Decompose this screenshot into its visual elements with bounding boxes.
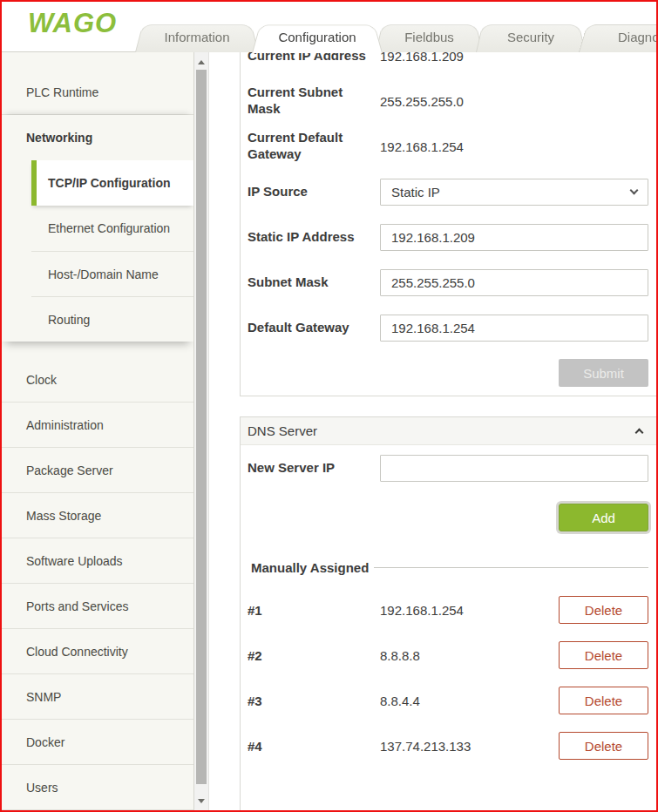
dns-entry-number: #4 [248,739,380,754]
current-ip-address-row: Current IP Address 192.168.1.209 [248,52,648,78]
manually-assigned-fieldset: Manually Assigned #1 192.168.1.254 Delet… [248,560,648,768]
tab-diagnostic[interactable]: Diagnostic [579,21,658,52]
tab-information[interactable]: Information [135,21,259,52]
scrollbar-up-button[interactable] [194,54,208,70]
tcpip-configuration-panel: Current IP Address 192.168.1.209 Current… [240,52,656,396]
dns-server-panel: DNS Server New Server IP Add Manually As… [240,416,656,810]
sidebar-item-package-server[interactable]: Package Server [2,448,193,493]
current-default-gateway-row: Current Default Gateway 192.168.1.254 [248,124,648,169]
tab-bar: Information Configuration Fieldbus Secur… [135,20,658,52]
wago-logo: WAGO [28,10,117,37]
sidebar-item-mass-storage[interactable]: Mass Storage [2,493,193,538]
sidebar-item-users[interactable]: Users [2,765,193,810]
sidebar-item-clock[interactable]: Clock [2,357,193,403]
sidebar-item-administration[interactable]: Administration [2,403,193,448]
sidebar-item-ports-and-services[interactable]: Ports and Services [2,584,193,629]
dns-entry-ip: 137.74.213.133 [380,739,559,754]
tab-fieldbus[interactable]: Fieldbus [376,21,483,52]
delete-button-4[interactable]: Delete [559,732,648,760]
dns-server-panel-header[interactable]: DNS Server [241,417,656,445]
dns-entry-row: #1 192.168.1.254 Delete [248,587,648,633]
submit-button[interactable]: Submit [559,359,648,387]
app-header: WAGO Information Configuration Fieldbus … [2,2,656,52]
subnet-mask-row: Subnet Mask [248,260,648,305]
dns-entry-ip: 192.168.1.254 [380,603,559,618]
sidebar-item-ethernet-configuration[interactable]: Ethernet Configuration [31,206,193,251]
default-gateway-label: Default Gateway [248,320,380,336]
current-default-gateway-label: Current Default Gateway [248,130,380,163]
new-server-ip-row: New Server IP [248,445,648,491]
sidebar-item-plc-runtime[interactable]: PLC Runtime [2,70,193,115]
dns-entry-ip: 8.8.8.8 [380,648,559,663]
dns-entry-number: #2 [248,648,380,663]
sidebar-item-tcpip-configuration[interactable]: TCP/IP Configuration [31,160,193,206]
static-ip-address-row: Static IP Address [248,214,648,260]
dns-entry-number: #1 [248,603,380,618]
static-ip-address-input[interactable] [380,224,648,251]
sidebar-item-software-uploads[interactable]: Software Uploads [2,538,193,584]
current-subnet-mask-value: 255.255.255.0 [380,94,464,109]
ip-source-label: IP Source [248,184,380,200]
current-ip-address-label: Current IP Address [248,52,380,64]
ip-source-selected-value: Static IP [391,185,440,200]
dns-entry-number: #3 [248,694,380,708]
sidebar-item-routing[interactable]: Routing [31,296,193,342]
manually-assigned-legend: Manually Assigned [248,560,374,575]
delete-button-1[interactable]: Delete [559,596,648,624]
subnet-mask-input[interactable] [380,269,648,296]
sidebar-item-host-domain-name[interactable]: Host-/Domain Name [31,251,193,296]
default-gateway-row: Default Gateway [248,305,648,350]
tab-configuration[interactable]: Configuration [252,21,383,52]
submit-row: Submit [248,350,648,396]
dns-entry-row: #3 8.8.4.4 Delete [248,678,648,723]
static-ip-address-label: Static IP Address [248,229,380,246]
dns-server-title: DNS Server [248,423,317,438]
scrollbar-thumb[interactable] [196,70,207,784]
add-row: Add [248,491,648,545]
current-ip-address-value: 192.168.1.209 [380,52,464,64]
triangle-up-icon [198,60,205,64]
sidebar-item-cloud-connectivity[interactable]: Cloud Connectivity [2,629,193,674]
sidebar-item-docker[interactable]: Docker [2,720,193,765]
sidebar-scrollbar[interactable] [194,52,209,810]
delete-button-2[interactable]: Delete [559,641,648,669]
current-subnet-mask-row: Current Subnet Mask 255.255.255.0 [248,78,648,124]
ip-source-row: IP Source Static IP [248,169,648,214]
dns-entry-row: #2 8.8.8.8 Delete [248,633,648,678]
sidebar-group-networking: Networking TCP/IP Configuration Ethernet… [2,115,193,342]
main-content: Current IP Address 192.168.1.209 Current… [209,52,656,810]
add-button[interactable]: Add [559,504,648,531]
dns-server-panel-body: New Server IP Add Manually Assigned #1 1… [241,445,656,768]
chevron-down-icon [630,186,639,194]
dns-entry-ip: 8.8.4.4 [380,694,559,708]
delete-button-3[interactable]: Delete [559,687,648,714]
app-window: WAGO Information Configuration Fieldbus … [0,0,658,812]
sidebar-item-networking[interactable]: Networking [2,115,193,160]
subnet-mask-label: Subnet Mask [248,274,380,291]
chevron-up-icon [635,429,644,437]
new-server-ip-label: New Server IP [248,460,380,477]
triangle-down-icon [198,799,205,803]
ip-source-select[interactable]: Static IP [380,179,648,206]
tab-security[interactable]: Security [476,21,586,52]
dns-entry-row: #4 137.74.213.133 Delete [248,723,648,768]
scrollbar-down-button[interactable] [194,793,208,809]
new-server-ip-input[interactable] [380,455,648,482]
default-gateway-input[interactable] [380,315,648,342]
current-default-gateway-value: 192.168.1.254 [380,139,464,154]
content-row: PLC Runtime Networking TCP/IP Configurat… [2,52,656,810]
sidebar-nav: PLC Runtime Networking TCP/IP Configurat… [2,52,194,810]
current-subnet-mask-label: Current Subnet Mask [248,85,380,118]
sidebar-item-snmp[interactable]: SNMP [2,674,193,720]
